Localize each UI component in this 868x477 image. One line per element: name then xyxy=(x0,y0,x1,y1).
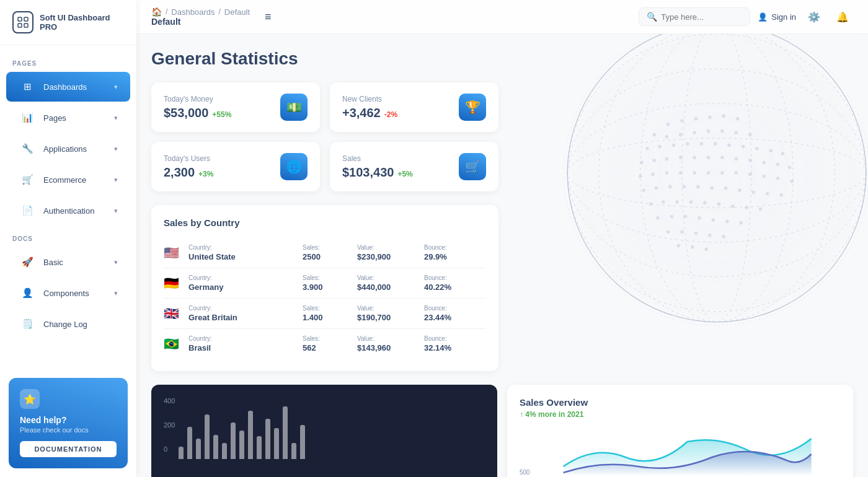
svg-point-72 xyxy=(766,192,769,196)
sidebar-item-basic[interactable]: 🚀 Basic ▾ xyxy=(6,247,130,277)
sidebar-item-authentication[interactable]: 📄 Authentication ▾ xyxy=(6,196,130,225)
svg-point-49 xyxy=(776,163,780,167)
bar xyxy=(257,436,262,459)
globe-decoration xyxy=(543,34,868,346)
help-title: Need help? xyxy=(20,415,117,425)
basic-icon: 🚀 xyxy=(19,253,36,271)
line-chart-area: 500 xyxy=(520,427,841,477)
flag-gb: 🇬🇧 xyxy=(164,306,184,321)
col-label-sales: Sales: xyxy=(303,244,352,251)
bar xyxy=(291,443,296,459)
arrow-up-icon: ↑ xyxy=(520,410,523,419)
breadcrumb-dashboards[interactable]: Dashboards xyxy=(171,7,215,17)
brand-name: Soft UI Dashboard PRO xyxy=(40,13,124,32)
sidebar-item-dashboards[interactable]: ⊞ Dashboards ▾ xyxy=(6,72,130,102)
svg-point-65 xyxy=(668,185,672,189)
sidebar-item-applications[interactable]: 🔧 Applications ▾ xyxy=(6,134,130,164)
svg-point-59 xyxy=(748,172,752,176)
chevron-down-icon: ▾ xyxy=(114,83,118,91)
help-star-icon: ⭐ xyxy=(20,389,40,409)
flag-br: 🇧🇷 xyxy=(164,336,184,351)
users-icon: 🌐 xyxy=(280,153,308,180)
sidebar-navigation: PAGES ⊞ Dashboards ▾ 📊 Pages ▾ 🔧 Applica… xyxy=(0,45,136,369)
signin-button[interactable]: 👤 Sign in xyxy=(758,12,796,22)
svg-point-39 xyxy=(640,160,644,164)
svg-point-68 xyxy=(710,186,714,190)
documentation-button[interactable]: DOCUMENTATION xyxy=(20,441,117,457)
search-box[interactable]: 🔍 xyxy=(639,7,750,26)
svg-point-41 xyxy=(665,157,669,161)
svg-point-30 xyxy=(672,143,676,147)
svg-point-43 xyxy=(693,156,696,160)
svg-point-4 xyxy=(564,34,868,325)
bar xyxy=(265,419,270,459)
svg-rect-0 xyxy=(18,17,22,21)
sidebar-item-label: Authentication xyxy=(43,206,107,216)
topbar-right: 🔍 👤 Sign in ⚙️ 🔔 xyxy=(639,6,853,27)
col-label-country: Country: xyxy=(188,244,298,251)
svg-point-94 xyxy=(722,235,725,239)
country-row: 🇺🇸 Country: United State Sales: 2500 Val… xyxy=(164,238,486,268)
settings-icon[interactable]: ⚙️ xyxy=(804,6,825,27)
svg-point-83 xyxy=(656,216,660,220)
bar xyxy=(300,425,305,459)
overview-title: Sales Overview xyxy=(520,397,841,408)
svg-point-57 xyxy=(720,171,724,175)
search-input[interactable] xyxy=(661,12,742,22)
svg-point-40 xyxy=(652,159,656,162)
stats-grid: Today's Money $53,000 +55% 💵 New Clients… xyxy=(151,82,498,191)
authentication-icon: 📄 xyxy=(19,202,36,219)
sidebar-item-label: Ecommerce xyxy=(43,175,107,185)
svg-point-62 xyxy=(790,180,794,183)
bounce-us: 29.9% xyxy=(424,252,486,261)
hamburger-icon[interactable]: ≡ xyxy=(265,11,272,24)
svg-point-27 xyxy=(748,133,752,137)
svg-point-47 xyxy=(748,159,752,162)
signin-label: Sign in xyxy=(771,12,796,22)
dashboards-icon: ⊞ xyxy=(19,78,36,95)
flag-us: 🇺🇸 xyxy=(164,245,184,260)
svg-point-9 xyxy=(567,34,866,312)
sidebar-item-changelog[interactable]: 🗒️ Change Log xyxy=(6,309,130,339)
home-icon[interactable]: 🏠 xyxy=(151,7,162,17)
sidebar-item-pages[interactable]: 📊 Pages ▾ xyxy=(6,103,130,133)
bar xyxy=(231,422,236,459)
svg-point-97 xyxy=(704,247,708,251)
svg-point-36 xyxy=(755,147,759,151)
notifications-icon[interactable]: 🔔 xyxy=(832,6,853,27)
col-label-sales: Sales: xyxy=(303,305,352,312)
svg-point-34 xyxy=(727,143,731,147)
svg-point-81 xyxy=(745,206,748,209)
svg-point-92 xyxy=(694,232,698,235)
stat-card-money: Today's Money $53,000 +55% 💵 xyxy=(151,82,320,132)
svg-rect-1 xyxy=(24,17,28,21)
svg-point-78 xyxy=(703,201,707,204)
bar xyxy=(274,428,279,459)
svg-point-61 xyxy=(776,177,780,180)
bar xyxy=(196,439,201,459)
country-name-de: Germany xyxy=(188,282,298,292)
y-label-200: 200 xyxy=(164,421,175,429)
svg-point-91 xyxy=(680,230,684,234)
svg-point-71 xyxy=(752,191,756,195)
sidebar-item-label: Basic xyxy=(43,258,107,267)
svg-point-73 xyxy=(779,193,783,197)
svg-point-95 xyxy=(677,244,681,248)
help-box: ⭐ Need help? Please check our docs DOCUM… xyxy=(9,378,128,468)
sales-br: 562 xyxy=(303,343,352,352)
stat-label-users: Today's Users xyxy=(164,154,213,163)
svg-point-80 xyxy=(731,204,735,208)
sidebar-item-label: Dashboards xyxy=(43,82,107,92)
svg-point-35 xyxy=(742,145,745,149)
sidebar-item-label: Applications xyxy=(43,144,107,154)
svg-point-53 xyxy=(665,171,669,175)
logo-icon xyxy=(12,11,33,33)
svg-point-23 xyxy=(693,131,696,134)
breadcrumb-sep-1: / xyxy=(166,7,167,16)
sidebar-item-ecommerce[interactable]: 🛒 Ecommerce ▾ xyxy=(6,165,130,195)
svg-point-90 xyxy=(666,230,670,234)
svg-point-58 xyxy=(735,171,738,175)
svg-point-5 xyxy=(567,34,866,322)
sidebar-item-components[interactable]: 👤 Components ▾ xyxy=(6,278,130,308)
stat-change-clients: -2% xyxy=(384,110,397,119)
